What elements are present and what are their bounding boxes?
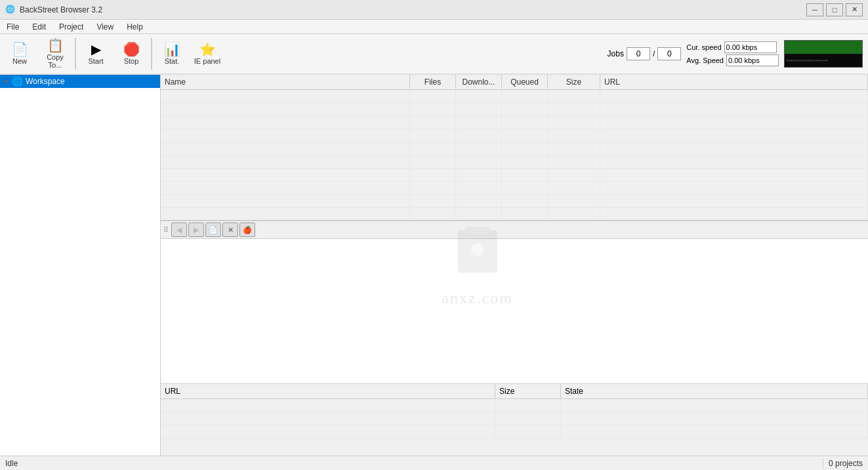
- start-label: Start: [88, 57, 103, 65]
- files-grid: URL Size State: [161, 383, 868, 456]
- new-icon: 📄: [12, 43, 28, 56]
- files-col-size-header: Size: [495, 384, 561, 398]
- copy-page-button[interactable]: 📄: [205, 223, 221, 237]
- main-content: ▼ 🌐 Workspace Name Files Downlo... Queue…: [0, 75, 868, 456]
- files-table-row: [161, 425, 868, 438]
- workspace-label: Workspace: [26, 77, 65, 86]
- table-row: [161, 90, 868, 103]
- files-table-row: [161, 412, 868, 425]
- col-url-header: URL: [600, 75, 868, 89]
- col-queued-header: Queued: [502, 75, 548, 89]
- start-icon: ▶: [91, 43, 101, 56]
- stop-button[interactable]: 🛑 Stop: [114, 36, 148, 72]
- avg-speed-value[interactable]: [726, 54, 779, 66]
- browser-toolbar: ⠿ ◀ ▶ 📄 ✕ 🍎: [161, 221, 868, 239]
- status-projects: 0 projects: [823, 459, 863, 468]
- copy-to-label: Copy To...: [40, 53, 70, 69]
- cur-speed-value[interactable]: [724, 41, 777, 53]
- browser-pane: [161, 239, 868, 383]
- toolbar-sep-1: [75, 38, 76, 70]
- col-downlo-header: Downlo...: [456, 75, 502, 89]
- col-size-header: Size: [548, 75, 600, 89]
- copy-to-button[interactable]: 📋 Copy To...: [38, 36, 72, 72]
- avg-speed-label: Avg. Speed: [686, 56, 724, 64]
- table-row: [161, 116, 868, 129]
- table-row: [161, 208, 868, 221]
- projects-grid: Name Files Downlo... Queued Size URL: [161, 75, 868, 221]
- minimize-button[interactable]: ─: [806, 3, 823, 16]
- table-row: [161, 169, 868, 182]
- table-row: [161, 195, 868, 208]
- copy-to-icon: 📋: [47, 39, 64, 52]
- apple-button[interactable]: 🍎: [239, 223, 255, 237]
- browser-toolbar-handle: ⠿: [163, 226, 169, 234]
- table-row: [161, 129, 868, 142]
- files-header: URL Size State: [161, 384, 868, 399]
- close-button[interactable]: ✕: [846, 3, 863, 16]
- sidebar: ▼ 🌐 Workspace: [0, 75, 161, 456]
- menu-view[interactable]: View: [90, 20, 120, 33]
- app-title: BackStreet Browser 3.2: [20, 5, 102, 14]
- new-button[interactable]: 📄 New: [3, 36, 37, 72]
- window-controls: ─ □ ✕: [806, 3, 863, 16]
- progress-display: ▪▪▪▪▪▪▪▪▪▪▪▪▪▪▪▪▪▪▪▪: [784, 40, 863, 68]
- ie-panel-label: IE panel: [194, 57, 220, 65]
- jobs-value2[interactable]: [657, 47, 681, 60]
- jobs-panel: Jobs /: [608, 47, 682, 60]
- grid-header: Name Files Downlo... Queued Size URL: [161, 75, 868, 90]
- col-files-header: Files: [410, 75, 456, 89]
- table-row: [161, 103, 868, 116]
- status-idle: Idle: [5, 459, 823, 468]
- toolbar-sep-2: [151, 38, 152, 70]
- files-table-row: [161, 399, 868, 412]
- table-row: [161, 142, 868, 156]
- jobs-separator: /: [653, 49, 655, 58]
- toolbar: 📄 New 📋 Copy To... ▶ Start 🛑 Stop 📊 Stat…: [0, 34, 868, 75]
- right-panel: Name Files Downlo... Queued Size URL: [161, 75, 868, 456]
- stop-icon: 🛑: [123, 43, 140, 56]
- ie-panel-button[interactable]: ⭐ IE panel: [190, 36, 224, 72]
- stat-button[interactable]: 📊 Stat.: [155, 36, 189, 72]
- tree-expand-icon: ▼: [3, 78, 9, 85]
- col-name-header: Name: [161, 75, 410, 89]
- avg-speed-row: Avg. Speed: [686, 54, 779, 66]
- workspace-icon: 🌐: [12, 76, 23, 87]
- forward-button[interactable]: ▶: [188, 223, 204, 237]
- ie-panel-icon: ⭐: [199, 43, 216, 56]
- menu-bar: File Edit Project View Help: [0, 20, 868, 34]
- menu-project[interactable]: Project: [52, 20, 90, 33]
- menu-edit[interactable]: Edit: [26, 20, 52, 33]
- workspace-tree-item[interactable]: ▼ 🌐 Workspace: [0, 75, 160, 88]
- files-col-state-header: State: [561, 384, 868, 398]
- title-bar: 🌐 BackStreet Browser 3.2 ─ □ ✕: [0, 0, 868, 20]
- table-row: [161, 156, 868, 169]
- stop-label: Stop: [124, 57, 139, 65]
- menu-help[interactable]: Help: [120, 20, 150, 33]
- stat-icon: 📊: [164, 43, 180, 56]
- back-button[interactable]: ◀: [171, 223, 187, 237]
- app-icon: 🌐: [5, 5, 16, 15]
- cur-speed-label: Cur. speed: [686, 43, 721, 51]
- jobs-value1[interactable]: [627, 47, 650, 60]
- status-bar: Idle 0 projects: [0, 456, 868, 470]
- stat-label: Stat.: [165, 57, 180, 65]
- files-col-url-header: URL: [161, 384, 495, 398]
- maximize-button[interactable]: □: [826, 3, 843, 16]
- start-button[interactable]: ▶ Start: [79, 36, 113, 72]
- cancel-button[interactable]: ✕: [222, 223, 238, 237]
- toolbar-right: Jobs / Cur. speed Avg. Speed ▪▪▪▪▪▪▪▪▪▪▪…: [608, 40, 865, 68]
- jobs-label: Jobs: [608, 49, 624, 58]
- table-row: [161, 182, 868, 195]
- new-label: New: [12, 57, 27, 65]
- speed-panel: Cur. speed Avg. Speed: [686, 41, 779, 66]
- menu-file[interactable]: File: [0, 20, 26, 33]
- cur-speed-row: Cur. speed: [686, 41, 779, 53]
